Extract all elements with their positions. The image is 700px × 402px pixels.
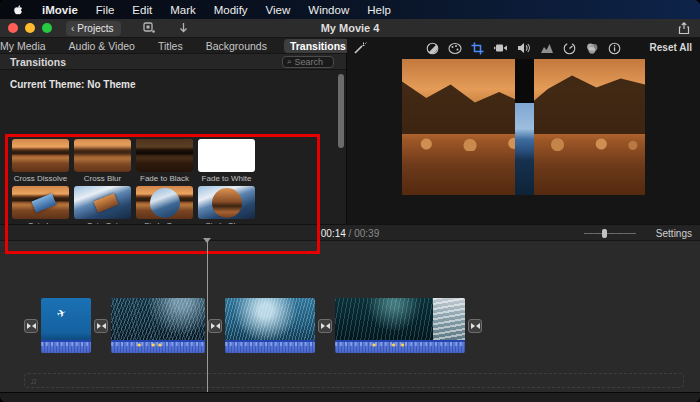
timeline-clip-1[interactable]: ✈ bbox=[41, 298, 91, 353]
menu-file[interactable]: File bbox=[96, 4, 115, 16]
menu-edit[interactable]: Edit bbox=[132, 4, 152, 16]
apple-menu[interactable] bbox=[12, 3, 24, 17]
tab-titles[interactable]: Titles bbox=[152, 39, 189, 53]
import-media-icon[interactable] bbox=[143, 22, 156, 34]
speed-icon[interactable] bbox=[563, 42, 576, 55]
doorway-right-panel bbox=[534, 59, 645, 195]
transition-thumbnail bbox=[12, 139, 69, 172]
search-placeholder: Search bbox=[294, 57, 323, 67]
panel-title: Transitions bbox=[10, 56, 66, 68]
volume-icon[interactable] bbox=[517, 42, 531, 54]
transition-thumbnail bbox=[74, 139, 131, 172]
playhead[interactable] bbox=[207, 241, 208, 392]
transition-label: Cross Dissolve bbox=[14, 174, 67, 183]
close-window-button[interactable] bbox=[8, 23, 18, 33]
transition-thumbnail bbox=[198, 139, 255, 172]
audio-waveform bbox=[41, 340, 91, 353]
transition-thumbnail bbox=[136, 139, 193, 172]
menu-imovie[interactable]: iMovie bbox=[42, 4, 78, 16]
apple-icon bbox=[12, 3, 24, 17]
preview-viewer[interactable] bbox=[402, 59, 645, 195]
bird-glyph: ✈ bbox=[55, 306, 68, 321]
title-bar: ‹ Projects My Movie 4 bbox=[0, 19, 700, 38]
transition-fade-to-white[interactable]: Fade to White bbox=[196, 139, 257, 186]
zoom-window-button[interactable] bbox=[42, 23, 52, 33]
transition-icon[interactable] bbox=[94, 319, 108, 333]
transitions-browser: Current Theme: No Theme Cross Dissolve C… bbox=[0, 70, 346, 224]
search-input[interactable]: ⌕ Search bbox=[282, 56, 334, 68]
transition-label: Fade to Black bbox=[140, 174, 189, 183]
transition-fade-to-black[interactable]: Fade to Black bbox=[134, 139, 195, 186]
enhance-wand-icon[interactable] bbox=[353, 41, 367, 55]
background-music-track[interactable]: ♫ bbox=[24, 373, 684, 388]
content-browser-panel: My Media Audio & Video Titles Background… bbox=[0, 38, 347, 224]
music-note-icon: ♫ bbox=[30, 376, 37, 386]
share-icon[interactable] bbox=[678, 22, 690, 35]
audio-waveform bbox=[225, 340, 315, 353]
clip-filter-icon[interactable] bbox=[585, 42, 599, 55]
current-time: 00:14 bbox=[321, 228, 346, 239]
main-area: My Media Audio & Video Titles Background… bbox=[0, 38, 700, 224]
timeline-settings-button[interactable]: Settings bbox=[656, 228, 692, 239]
timeline-zoom-slider[interactable] bbox=[584, 231, 636, 236]
transition-thumbnail bbox=[12, 186, 69, 219]
reset-all-button[interactable]: Reset All bbox=[650, 42, 692, 53]
transition-thumbnail bbox=[74, 186, 131, 219]
projects-back-button[interactable]: ‹ Projects bbox=[66, 21, 121, 36]
window-bottom-strip bbox=[0, 392, 700, 402]
menu-bar: iMovie File Edit Mark Modify View Window… bbox=[0, 0, 700, 19]
tab-audio-video[interactable]: Audio & Video bbox=[63, 39, 141, 53]
download-arrow-icon[interactable] bbox=[178, 22, 189, 34]
slider-track bbox=[584, 233, 636, 234]
menu-view[interactable]: View bbox=[266, 4, 291, 16]
transitions-header: Transitions ⌕ Search bbox=[0, 53, 346, 70]
audio-waveform bbox=[335, 340, 465, 353]
timeline-clip-4[interactable] bbox=[335, 298, 465, 353]
menu-mark[interactable]: Mark bbox=[170, 4, 196, 16]
chevron-left-icon: ‹ bbox=[71, 23, 74, 34]
menu-help[interactable]: Help bbox=[367, 4, 391, 16]
total-duration: 00:39 bbox=[354, 228, 379, 239]
transition-label: Fade to White bbox=[202, 174, 252, 183]
minimize-window-button[interactable] bbox=[25, 23, 35, 33]
color-balance-icon[interactable] bbox=[426, 42, 439, 55]
tab-my-media[interactable]: My Media bbox=[0, 39, 52, 53]
tab-transitions[interactable]: Transitions bbox=[284, 39, 352, 53]
doorway-left-panel bbox=[402, 59, 515, 195]
audio-waveform bbox=[111, 340, 205, 353]
transition-icon[interactable] bbox=[468, 319, 482, 333]
search-icon: ⌕ bbox=[287, 58, 291, 66]
stabilization-icon[interactable] bbox=[493, 42, 508, 54]
timeline-clips-row: ✈ bbox=[24, 298, 482, 353]
info-icon[interactable] bbox=[608, 42, 621, 55]
time-separator: / bbox=[346, 228, 354, 239]
transition-icon[interactable] bbox=[24, 319, 38, 333]
transport-bar: 00:14 / 00:39 Settings bbox=[0, 224, 700, 241]
crop-icon-active[interactable] bbox=[471, 42, 484, 55]
color-correction-icon[interactable] bbox=[448, 42, 462, 55]
transition-cross-blur[interactable]: Cross Blur bbox=[72, 139, 133, 186]
transition-icon[interactable] bbox=[208, 319, 222, 333]
media-tab-bar: My Media Audio & Video Titles Background… bbox=[0, 38, 346, 53]
transition-thumbnail bbox=[136, 186, 193, 219]
transition-thumbnail bbox=[198, 186, 255, 219]
timeline[interactable]: ✈ ♫ bbox=[0, 241, 700, 392]
adjust-toolbar: Reset All bbox=[347, 40, 700, 56]
scrollbar-thumb[interactable] bbox=[338, 74, 344, 148]
incoming-clip-strip bbox=[515, 103, 534, 195]
slider-thumb[interactable] bbox=[602, 229, 607, 238]
transition-cross-dissolve[interactable]: Cross Dissolve bbox=[10, 139, 71, 186]
timeline-clip-3[interactable] bbox=[225, 298, 315, 353]
transition-icon[interactable] bbox=[318, 319, 332, 333]
imovie-window: iMovie File Edit Mark Modify View Window… bbox=[0, 0, 700, 402]
menu-window[interactable]: Window bbox=[308, 4, 349, 16]
tab-backgrounds[interactable]: Backgrounds bbox=[200, 39, 273, 53]
window-controls bbox=[8, 23, 52, 33]
transition-label: Cross Blur bbox=[84, 174, 121, 183]
viewer-pane: Reset All bbox=[347, 38, 700, 224]
timeline-clip-2[interactable] bbox=[111, 298, 205, 353]
menu-modify[interactable]: Modify bbox=[214, 4, 248, 16]
browser-scrollbar[interactable] bbox=[337, 70, 344, 222]
noise-reduction-icon[interactable] bbox=[540, 43, 554, 54]
doorway-gap bbox=[515, 59, 534, 195]
